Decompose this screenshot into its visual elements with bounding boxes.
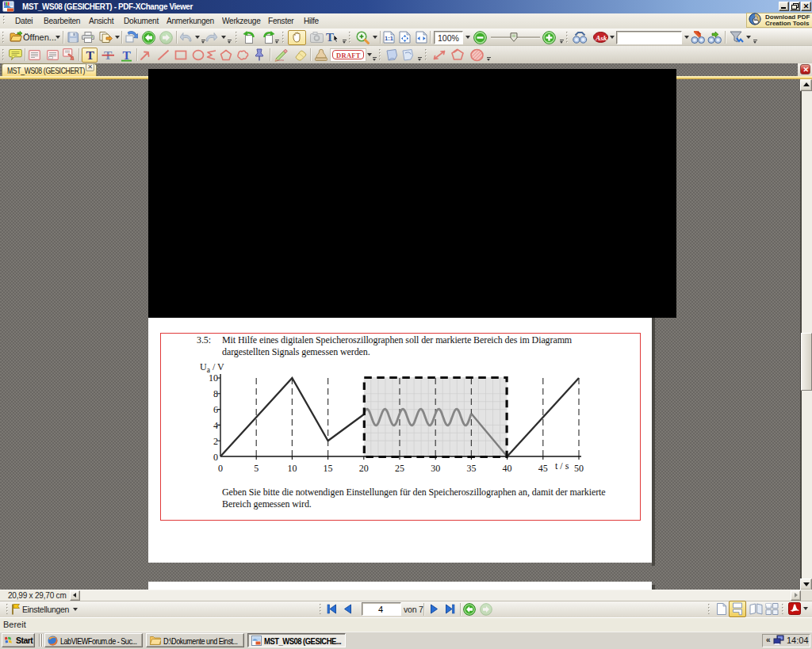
svg-text:Ask: Ask: [595, 34, 607, 42]
svg-text:T: T: [326, 31, 334, 44]
svg-text:T: T: [123, 48, 132, 62]
svg-text:15: 15: [324, 463, 333, 474]
svg-text:20: 20: [359, 463, 369, 474]
svg-text:50: 50: [574, 463, 584, 474]
svg-text:6: 6: [213, 404, 218, 415]
svg-text:30: 30: [431, 463, 440, 474]
svg-text:10: 10: [287, 463, 297, 474]
svg-text:10: 10: [209, 372, 218, 384]
svg-text:40: 40: [503, 463, 512, 474]
svg-text:25: 25: [395, 463, 404, 474]
svg-text:8: 8: [213, 388, 218, 399]
svg-text:35: 35: [466, 463, 476, 474]
svg-text:45: 45: [538, 463, 548, 474]
svg-text:0: 0: [213, 452, 218, 463]
svg-text:1:1: 1:1: [385, 35, 393, 42]
svg-text:t / s: t / s: [555, 460, 569, 471]
svg-text:0: 0: [218, 463, 223, 474]
svg-text:T: T: [86, 48, 95, 62]
svg-text:4: 4: [213, 420, 218, 431]
svg-text:5: 5: [254, 463, 259, 474]
svg-text:2: 2: [213, 436, 218, 447]
